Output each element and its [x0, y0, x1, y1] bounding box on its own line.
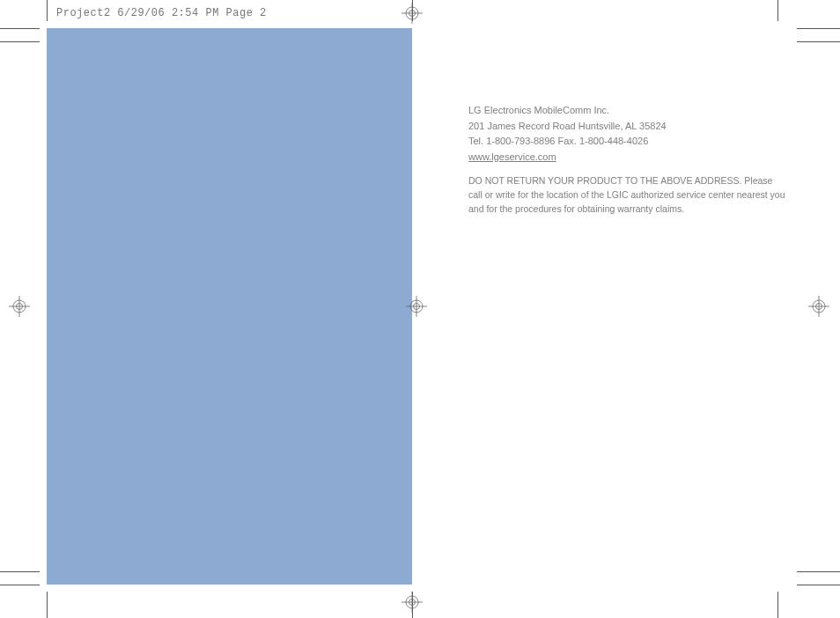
- crop-mark: [0, 41, 40, 42]
- company-name: LG Electronics MobileComm Inc.: [468, 103, 785, 118]
- warranty-notice: DO NOT RETURN YOUR PRODUCT TO THE ABOVE …: [468, 174, 785, 216]
- crop-mark: [47, 0, 48, 21]
- crop-mark: [0, 28, 40, 29]
- registration-mark-icon: [402, 3, 423, 24]
- crop-mark: [797, 28, 840, 29]
- content-block: LG Electronics MobileComm Inc. 201 James…: [468, 103, 785, 216]
- crop-mark: [777, 0, 778, 21]
- blue-panel: [47, 28, 412, 585]
- crop-mark: [0, 571, 40, 572]
- crop-mark: [797, 585, 840, 585]
- website-link[interactable]: www.lgeservice.com: [468, 150, 556, 165]
- registration-mark-icon: [402, 592, 423, 613]
- crop-mark: [797, 41, 840, 42]
- crop-mark: [47, 592, 48, 618]
- registration-mark-icon: [808, 296, 829, 317]
- registration-mark-icon: [406, 296, 427, 317]
- crop-mark: [0, 585, 40, 585]
- registration-mark-icon: [9, 296, 30, 317]
- crop-mark: [777, 592, 778, 618]
- crop-mark: [797, 571, 840, 572]
- company-phone: Tel. 1-800-793-8896 Fax. 1-800-448-4026: [468, 134, 785, 149]
- company-address: 201 James Record Road Huntsville, AL 358…: [468, 119, 785, 134]
- document-slug: Project2 6/29/06 2:54 PM Page 2: [56, 7, 267, 19]
